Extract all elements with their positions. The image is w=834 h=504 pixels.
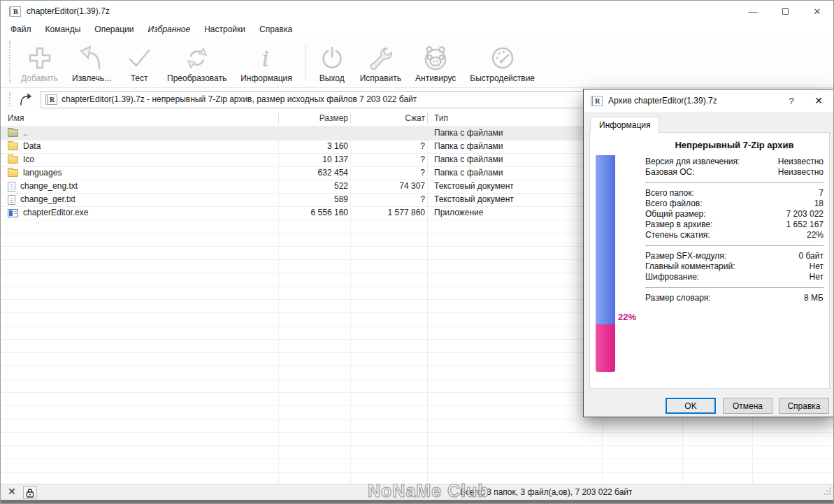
stat-row: Размер SFX-модуля:0 байт (645, 251, 824, 261)
column-divider[interactable] (278, 113, 279, 124)
checkmark-icon (125, 43, 153, 73)
ratio-bar-compressed (596, 324, 615, 372)
addressbar-gripper[interactable] (9, 92, 13, 106)
text-document-icon (8, 195, 15, 205)
up-one-level-button[interactable] (14, 91, 35, 108)
text-document-icon (8, 182, 15, 192)
archive-stats: Непрерывный 7-Zip архив Версия для извле… (645, 140, 824, 303)
ratio-percent-label: 22% (618, 312, 636, 322)
cancel-button[interactable]: Отмена (723, 398, 772, 414)
wrench-icon (366, 43, 394, 73)
compression-ratio-bar (596, 155, 615, 372)
dialog-help-button[interactable]: ? (779, 96, 803, 106)
stat-row: Размер в архиве:1 652 167 (645, 219, 824, 230)
archive-icon: R (591, 96, 603, 106)
column-divider[interactable] (427, 113, 428, 124)
stats-divider (645, 182, 824, 183)
stat-row: Базовая ОС:Неизвестно (645, 167, 824, 178)
menu-operations[interactable]: Операции (87, 23, 141, 36)
winrar-app-icon: R (9, 6, 21, 17)
extract-arrow-icon (78, 43, 106, 73)
status-bar: ✕ Всего: 3 папок, 3 файл(а,ов), 7 203 02… (1, 484, 833, 500)
menu-settings[interactable]: Настройки (197, 23, 252, 36)
help-button[interactable]: Справка (779, 398, 829, 414)
window-title: chapterEditor(1.39).7z (27, 6, 110, 16)
minimize-button[interactable]: — (737, 1, 769, 22)
stat-row: Всего папок:7 (645, 188, 824, 199)
title-bar: R chapterEditor(1.39).7z — ✕ (1, 1, 833, 22)
ratio-bar-uncompressed (596, 155, 615, 324)
up-folder-icon (8, 129, 18, 137)
application-icon (8, 209, 18, 217)
dialog-title: Архив chapterEditor(1.39).7z (608, 96, 717, 106)
winrar-main-window: R chapterEditor(1.39).7z — ✕ Файл Команд… (0, 0, 834, 504)
svg-text:i: i (262, 45, 268, 71)
maximize-button[interactable] (769, 1, 801, 22)
resize-grip[interactable] (823, 486, 832, 498)
dialog-close-button[interactable]: ✕ (803, 89, 834, 112)
convert-button[interactable]: Преобразовать (160, 37, 233, 87)
menu-bar: Файл Команды Операции Избранное Настройк… (1, 22, 833, 37)
archive-info-text: chapterEditor(1.39).7z - непрерывный 7-Z… (62, 94, 417, 104)
column-header-packed[interactable]: Сжат (350, 110, 425, 127)
power-icon (318, 43, 346, 73)
benchmark-button[interactable]: Быстродействие (463, 37, 542, 87)
archive-info-dialog: R Архив chapterEditor(1.39).7z ? ✕ Инфор… (583, 89, 834, 417)
stats-divider (645, 245, 824, 246)
column-header-type[interactable]: Тип (434, 110, 448, 127)
pig-icon (420, 43, 451, 73)
folder-icon (8, 156, 18, 164)
ok-button[interactable]: OK (666, 398, 716, 414)
add-button: Добавить (14, 37, 65, 87)
menu-commands[interactable]: Команды (38, 23, 88, 36)
convert-arrows-icon (183, 43, 211, 73)
close-button[interactable]: ✕ (801, 1, 833, 22)
info-icon: i (252, 43, 280, 73)
lock-indicator (23, 486, 37, 499)
repair-button[interactable]: Исправить (353, 37, 408, 87)
window-bottom-edge (1, 500, 833, 504)
tab-information[interactable]: Информация (590, 117, 659, 134)
exit-button[interactable]: Выход (311, 37, 353, 87)
menu-file[interactable]: Файл (3, 23, 38, 36)
stat-row: Шифрование:Нет (645, 272, 824, 282)
test-button[interactable]: Тест (118, 37, 160, 87)
folder-icon (8, 143, 18, 150)
archive-type-heading: Непрерывный 7-Zip архив (645, 140, 824, 150)
toolbar-separator (305, 44, 305, 80)
stat-row: Главный комментарий:Нет (645, 261, 824, 272)
menu-favorites[interactable]: Избранное (141, 23, 198, 36)
information-tab-page: 22% Непрерывный 7-Zip архив Версия для и… (589, 132, 830, 389)
stats-divider (645, 287, 824, 288)
disk-x-icon: ✕ (8, 486, 16, 497)
dialog-title-bar: R Архив chapterEditor(1.39).7z ? ✕ (584, 89, 834, 112)
stat-row: Версия для извлечения:Неизвестно (645, 157, 824, 167)
stat-row: Общий размер:7 203 022 (645, 209, 824, 219)
archive-icon: R (45, 94, 57, 105)
antivirus-button[interactable]: Антивирус (408, 37, 463, 87)
toolbar-gripper[interactable] (9, 41, 13, 83)
status-totals: Всего: 3 папок, 3 файл(а,ов), 7 203 022 … (460, 484, 633, 501)
padlock-icon (26, 488, 34, 498)
stat-row: Степень сжатия:22% (645, 230, 824, 240)
info-button[interactable]: i Информация (233, 37, 299, 87)
menu-help[interactable]: Справка (252, 23, 299, 36)
stat-row: Всего файлов:18 (645, 199, 824, 209)
toolbar: Добавить Извлечь... Тест Преобразовать (1, 37, 833, 88)
column-divider[interactable] (350, 113, 351, 124)
column-header-name[interactable]: Имя (8, 110, 24, 127)
stat-row: Размер словаря:8 МБ (645, 293, 824, 303)
column-header-size[interactable]: Размер (278, 110, 348, 127)
folder-icon (8, 169, 18, 177)
speedometer-icon (489, 43, 517, 73)
extract-button[interactable]: Извлечь... (65, 37, 118, 87)
plus-icon (26, 43, 54, 73)
